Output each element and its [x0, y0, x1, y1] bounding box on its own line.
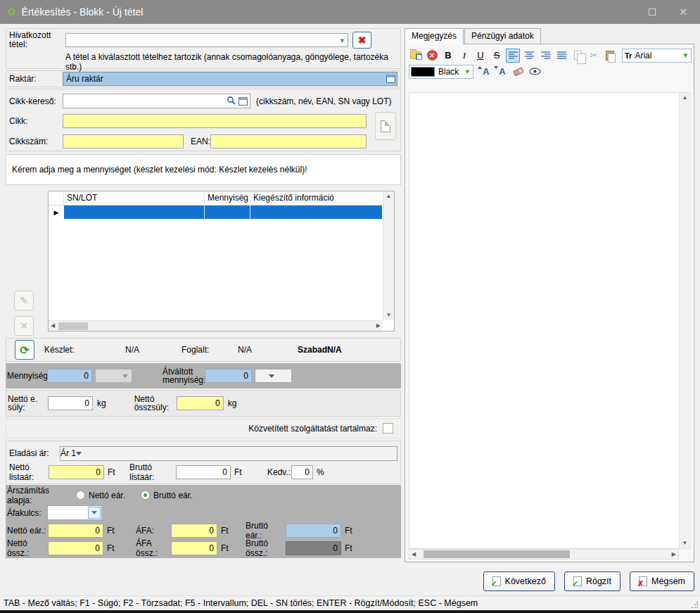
- converted-quantity-input[interactable]: [205, 369, 252, 383]
- comment-editor[interactable]: [409, 92, 679, 549]
- cancel-button[interactable]: ✗ Mégsem: [630, 571, 694, 591]
- selling-price-label: Eladási ár:: [9, 448, 60, 458]
- ft-unit: Ft: [341, 526, 357, 536]
- converted-unit-combo[interactable]: [255, 369, 292, 383]
- kg-unit: kg: [97, 398, 106, 408]
- save-button[interactable]: ✓ Rögzít: [564, 571, 621, 591]
- quantity-unit-combo[interactable]: [95, 369, 132, 383]
- clear-text-button[interactable]: ✕: [425, 49, 439, 63]
- scroll-up-icon[interactable]: ▲: [680, 93, 690, 103]
- column-header-snlot[interactable]: SN/LOT: [64, 191, 205, 205]
- radio-unchecked-icon[interactable]: [76, 491, 85, 500]
- warehouse-picker-icon[interactable]: [386, 75, 395, 83]
- copy-button[interactable]: [571, 49, 585, 63]
- chevron-down-icon: [88, 507, 101, 519]
- gross-list-price-input[interactable]: [176, 465, 231, 479]
- next-button-label: Következő: [505, 576, 546, 586]
- paste-button[interactable]: [603, 49, 617, 63]
- scroll-left-icon[interactable]: ◀: [409, 550, 418, 560]
- cancel-button-label: Mégsem: [651, 576, 685, 586]
- confirm-page-icon: ✓: [492, 576, 501, 586]
- hscroll-thumb[interactable]: [58, 322, 88, 330]
- strikethrough-button[interactable]: S: [490, 49, 504, 63]
- eraser-icon: [513, 67, 524, 76]
- scroll-up-icon[interactable]: ▲: [384, 191, 394, 201]
- bold-button[interactable]: B: [441, 49, 455, 63]
- increase-font-button[interactable]: A: [479, 65, 493, 79]
- table-vertical-scrollbar[interactable]: ▲ ▼: [383, 191, 394, 320]
- table-row[interactable]: ▶: [49, 206, 382, 219]
- tab-penzugyi-adatok[interactable]: Pénzügyi adatok: [464, 28, 541, 44]
- vat-total-input[interactable]: [171, 541, 217, 555]
- gross-total-input[interactable]: [286, 541, 341, 555]
- open-template-button[interactable]: [409, 49, 423, 63]
- font-color-combo[interactable]: Black ▾: [409, 65, 473, 79]
- maximize-button[interactable]: [637, 0, 668, 24]
- decrease-font-button[interactable]: A: [495, 65, 509, 79]
- delete-icon: ✕: [20, 320, 28, 331]
- net-list-price-input[interactable]: [49, 465, 104, 479]
- refresh-stock-button[interactable]: ⟳: [15, 340, 34, 360]
- align-center-icon: [525, 51, 534, 59]
- gross-total-label: Bruttó össz.:: [246, 538, 286, 558]
- resize-grip[interactable]: [691, 602, 698, 609]
- quantity-label: Mennyiség:: [7, 371, 47, 381]
- preview-button[interactable]: [528, 65, 542, 79]
- scroll-right-icon[interactable]: ▶: [670, 550, 678, 560]
- column-header-mennyiseg[interactable]: Mennyiség: [205, 191, 250, 205]
- item-search-input[interactable]: [63, 95, 227, 107]
- net-total-weight-input[interactable]: [177, 396, 224, 410]
- scroll-down-icon[interactable]: ▼: [384, 310, 394, 320]
- align-center-button[interactable]: [522, 49, 536, 63]
- referenced-item-combo[interactable]: ▾: [65, 33, 348, 47]
- referenced-item-note: A tétel a kiválasztott tételhez tartozik…: [65, 52, 397, 72]
- radio-checked-icon[interactable]: [141, 491, 150, 500]
- edit-row-button[interactable]: ✎: [14, 291, 34, 310]
- item-document-button[interactable]: [375, 112, 396, 140]
- cell-mennyiseg[interactable]: [205, 206, 250, 219]
- gross-unit-price-input[interactable]: [286, 524, 341, 538]
- mediated-service-checkbox[interactable]: [383, 423, 393, 434]
- editor-horizontal-scrollbar[interactable]: ◀ ▶: [409, 549, 679, 560]
- font-family-combo[interactable]: Tr Arial ▾: [622, 49, 692, 63]
- align-left-button[interactable]: [506, 49, 520, 63]
- item-picker-icon[interactable]: [238, 97, 248, 106]
- net-price-radio-option[interactable]: Nettó eár.: [76, 491, 125, 500]
- table-horizontal-scrollbar[interactable]: ◀ ▶: [49, 320, 383, 331]
- vat-amount-input[interactable]: [171, 524, 217, 538]
- erase-format-button[interactable]: [511, 65, 526, 79]
- align-right-button[interactable]: [538, 49, 552, 63]
- selling-price-combo[interactable]: Ár 1: [60, 446, 397, 461]
- gross-price-radio-option[interactable]: Bruttó eár.: [141, 491, 192, 500]
- justify-button[interactable]: [554, 49, 568, 63]
- delete-row-button[interactable]: ✕: [14, 316, 34, 336]
- close-button[interactable]: ✕: [668, 0, 699, 24]
- net-unit-price-input[interactable]: [48, 524, 103, 538]
- cell-kiegeszito[interactable]: [250, 206, 382, 219]
- warehouse-field[interactable]: Áru raktár: [63, 72, 397, 86]
- scroll-left-icon[interactable]: ◀: [49, 321, 57, 331]
- cut-button[interactable]: ✂: [587, 49, 601, 63]
- tab-megjegyzes[interactable]: Megjegyzés: [405, 28, 464, 44]
- search-icon[interactable]: [227, 96, 236, 107]
- column-header-kiegeszito[interactable]: Kiegészítő információ: [250, 191, 382, 205]
- vat-key-combo[interactable]: [47, 505, 102, 520]
- editor-vertical-scrollbar[interactable]: ▲ ▼: [679, 92, 691, 549]
- discount-input[interactable]: [291, 465, 313, 479]
- clear-referenced-item-button[interactable]: ✖: [352, 32, 371, 49]
- underline-button[interactable]: U: [473, 49, 488, 63]
- item-name-input[interactable]: [63, 114, 367, 128]
- scroll-down-icon[interactable]: ▼: [680, 538, 690, 548]
- quantity-input[interactable]: [47, 369, 92, 383]
- net-total-input[interactable]: [48, 541, 103, 555]
- ean-input[interactable]: [210, 134, 367, 148]
- next-button[interactable]: ✓ Következő: [483, 571, 555, 591]
- italic-button[interactable]: I: [457, 49, 471, 63]
- scroll-right-icon[interactable]: ▶: [374, 321, 383, 331]
- hscroll-thumb[interactable]: [424, 550, 570, 558]
- justify-icon: [557, 51, 566, 59]
- item-number-input[interactable]: [63, 134, 184, 148]
- cell-snlot[interactable]: [64, 206, 205, 219]
- net-unit-weight-input[interactable]: [48, 396, 93, 410]
- item-search-field: [63, 94, 250, 108]
